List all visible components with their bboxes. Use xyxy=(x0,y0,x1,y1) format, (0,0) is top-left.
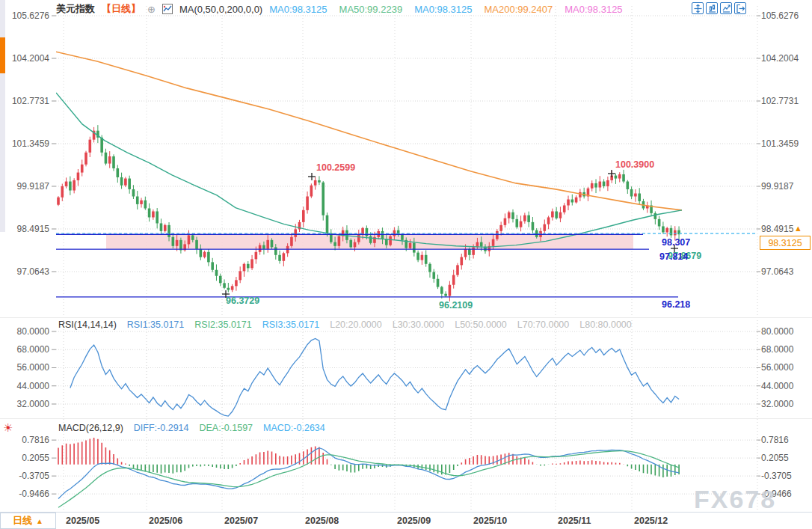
date-label: 2025/09 xyxy=(397,516,431,526)
price-axis-label: 101.3459 xyxy=(0,138,49,149)
price-annotation: 100.3900 xyxy=(615,159,654,170)
price-axis-label: 104.2004 xyxy=(761,53,799,64)
indicator-value: MA0:98.3125 xyxy=(269,4,327,15)
indicator-value: MACD:-0.2634 xyxy=(263,423,325,433)
macd-axis-label: 0.2055 xyxy=(0,453,49,463)
price-axis-label: 97.0643 xyxy=(0,266,49,277)
price-annotation: 96.2109 xyxy=(439,300,473,311)
period-up-arrow-icon: ▲ xyxy=(36,517,43,525)
rsi-axis-label: 32.0000 xyxy=(0,399,49,409)
trend-chart-icon[interactable] xyxy=(720,2,732,14)
price-annotation: 97.814 xyxy=(659,251,688,262)
rsi-axis-label: 68.0000 xyxy=(0,344,49,355)
price-axis-label: 102.7731 xyxy=(0,96,49,106)
chart-canvas[interactable] xyxy=(0,0,812,529)
indicator-value: MA0:98.3125 xyxy=(565,4,622,15)
macd-axis-label: -0.9466 xyxy=(0,489,49,499)
date-label: 2025/05 xyxy=(66,516,99,526)
macd-axis-label: 0.7816 xyxy=(761,435,789,445)
rsi-indicator-header: RSI(14,14,14) RSI1:35.0171RSI2:35.0171RS… xyxy=(58,319,632,330)
price-axis-label: 105.6276 xyxy=(761,10,799,21)
rsi-axis-label: 44.0000 xyxy=(0,381,49,391)
price-axis-label: 101.3459 xyxy=(761,138,799,149)
macd-title[interactable]: MACD(26,12,9) xyxy=(58,423,123,433)
alert-sun-icon[interactable]: ☀ xyxy=(3,421,13,435)
price-annotation: 100.2599 xyxy=(316,162,355,173)
rsi-axis-label: 56.0000 xyxy=(0,362,49,373)
current-price-flag: 98.3125 xyxy=(760,236,811,250)
price-annotation: 96.218 xyxy=(662,299,690,310)
date-label: 2025/07 xyxy=(224,516,258,526)
indicator-value: MA0:98.3125 xyxy=(414,4,472,15)
date-label: 2025/10 xyxy=(473,516,507,526)
price-annotation: 98.307 xyxy=(662,237,690,248)
exit-chart-icon[interactable] xyxy=(734,2,746,14)
rsi-axis-label: 44.0000 xyxy=(761,381,793,391)
price-axis-label: 102.7731 xyxy=(761,96,799,106)
price-axis-label: 97.0643 xyxy=(761,266,793,277)
indicator-value: DIFF:-0.2914 xyxy=(134,423,189,433)
macd-axis-label: -0.3705 xyxy=(761,471,792,481)
indicator-value: MA50:99.2239 xyxy=(339,4,403,15)
indicator-value: RSI2:35.0171 xyxy=(194,319,251,330)
macd-values: DIFF:-0.2914DEA:-0.1597MACD:-0.2634 xyxy=(134,423,325,433)
period-tag[interactable]: 【日线】 xyxy=(102,2,141,16)
period-label: 日线 xyxy=(13,514,32,528)
ma-values: MA0:98.3125MA50:99.2239MA0:98.3125MA200:… xyxy=(269,4,622,15)
price-axis-label: 98.4915 xyxy=(761,224,793,234)
date-label: 2025/08 xyxy=(305,516,339,526)
rsi-axis-label: 80.0000 xyxy=(761,326,793,337)
indicator-value: DEA:-0.1597 xyxy=(199,423,253,433)
period-selector-button[interactable]: 日线 ▲ xyxy=(0,513,56,529)
pane-separator xyxy=(0,317,812,318)
rsi-axis-label: 68.0000 xyxy=(761,344,793,355)
pane-separator xyxy=(0,418,812,419)
pan-icon[interactable] xyxy=(692,2,704,14)
price-annotation: 96.3729 xyxy=(226,296,259,306)
price-axis-label: 99.9187 xyxy=(0,181,49,192)
rsi-axis-label: 56.0000 xyxy=(761,362,793,373)
candlestick-chart-icon[interactable] xyxy=(706,2,718,14)
indicator-value: RSI3:35.0171 xyxy=(262,319,319,330)
rsi-values: RSI1:35.0171RSI2:35.0171RSI3:35.0171L20:… xyxy=(127,319,632,330)
date-label: 2025/11 xyxy=(558,516,591,526)
ma-settings[interactable]: MA(0,50,0,200,0,0) xyxy=(179,4,262,15)
chart-toolbar xyxy=(692,2,746,14)
date-label: 2025/06 xyxy=(149,516,182,526)
rsi-axis-label: 32.0000 xyxy=(761,399,793,409)
price-axis-label: 99.9187 xyxy=(761,181,793,192)
macd-indicator-header: MACD(26,12,9) DIFF:-0.2914DEA:-0.1597MAC… xyxy=(58,423,325,433)
price-axis-label: 105.6276 xyxy=(0,10,49,21)
indicator-value: L70:70.0000 xyxy=(517,319,570,330)
trading-chart-app: { "header": { "symbol": "美元指数", "period_… xyxy=(0,0,812,529)
indicator-value: L30:30.0000 xyxy=(393,319,445,330)
price-direction-up-icon: ▲ xyxy=(794,224,802,233)
indicator-value: RSI1:35.0171 xyxy=(127,319,184,330)
chart-header: 美元指数 【日线】 ⊕ MA(0,50,0,200,0,0) MA0:98.31… xyxy=(56,2,623,16)
indicator-value: L20:20.0000 xyxy=(330,319,382,330)
symbol-name: 美元指数 xyxy=(56,2,95,16)
indicator-value: MA200:99.2407 xyxy=(484,4,553,15)
macd-axis-label: 0.7816 xyxy=(0,435,49,445)
date-label: 2025/12 xyxy=(634,516,668,526)
rsi-axis-label: 80.0000 xyxy=(0,326,49,337)
rsi-title[interactable]: RSI(14,14,14) xyxy=(58,319,117,330)
macd-axis-label: 0.2055 xyxy=(761,453,789,463)
indicator-value: L80:80.0000 xyxy=(579,319,632,330)
macd-axis-label: -0.3705 xyxy=(0,471,49,481)
link-circle-plus-icon[interactable]: ⊕ xyxy=(147,4,156,15)
price-axis-label: 104.2004 xyxy=(0,53,49,64)
watermark: FX678 xyxy=(694,485,776,514)
left-edge-panel xyxy=(0,0,5,232)
price-axis-label: 98.4915 xyxy=(0,224,49,234)
indicator-value: L50:50.0000 xyxy=(455,319,507,330)
mini-chart-icon[interactable] xyxy=(162,4,173,14)
time-axis-bar: 日线 ▲ 2025/052025/062025/072025/082025/09… xyxy=(0,512,812,529)
